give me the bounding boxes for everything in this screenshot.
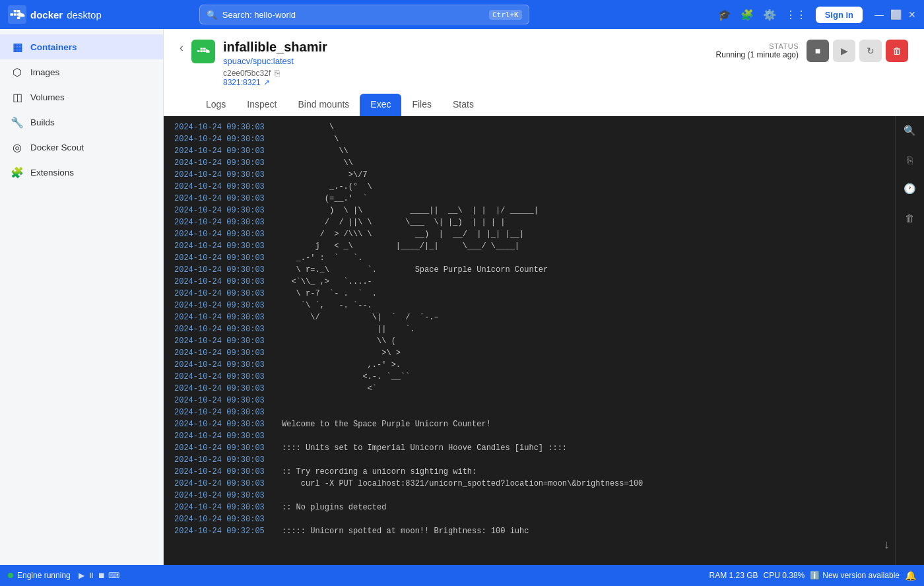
sidebar-item-volumes[interactable]: ◫ Volumes — [0, 84, 163, 110]
close-button[interactable]: ✕ — [908, 9, 916, 20]
log-timestamp: 2024-10-24 09:30:03 — [174, 513, 277, 525]
log-timestamp: 2024-10-24 09:30:03 — [174, 442, 277, 454]
log-timestamp-button[interactable]: 🕐 — [901, 179, 919, 198]
extensions-icon[interactable]: 🧩 — [741, 9, 754, 21]
restart-icon: ↻ — [867, 46, 874, 56]
engine-terminal-icon[interactable]: ⌨ — [108, 571, 119, 580]
search-bar[interactable]: 🔍 Search: hello-world Ctrl+K — [199, 5, 529, 24]
settings-icon[interactable]: ⚙️ — [763, 9, 776, 21]
statusbar: Engine running ▶ ⏸ ⏹ ⌨ RAM 1.23 GB CPU 0… — [0, 565, 924, 586]
port-text: 8321:8321 — [223, 78, 261, 87]
sidebar-item-images[interactable]: ⬡ Images — [0, 59, 163, 84]
engine-pause-icon[interactable]: ⏸ — [87, 571, 95, 580]
action-buttons: ■ ▶ ↻ 🗑 — [807, 40, 908, 62]
container-image-link[interactable]: spuacv/spuc:latest — [223, 56, 294, 66]
log-line: 2024-10-24 09:30:03 — [174, 490, 884, 502]
log-line: 2024-10-24 09:30:03:: Try recording a un… — [174, 466, 884, 478]
log-line: 2024-10-24 09:30:03 >\/7 — [174, 169, 884, 181]
log-timestamp: 2024-10-24 09:30:03 — [174, 407, 277, 418]
log-area[interactable]: 2024-10-24 09:30:03 \2024-10-24 09:30:03… — [164, 116, 895, 565]
port-link[interactable]: 8321:8321 ↗ — [223, 78, 708, 87]
log-copy-button[interactable]: ⎘ — [901, 150, 919, 169]
log-timestamp: 2024-10-24 09:30:03 — [174, 418, 277, 430]
tab-files[interactable]: Files — [401, 94, 442, 116]
maximize-button[interactable]: ⬜ — [890, 9, 902, 20]
log-line: 2024-10-24 09:30:03 \ — [174, 133, 884, 145]
log-line: 2024-10-24 09:30:03 ,.-' >. — [174, 359, 884, 371]
log-message: ) \ |\ ____|| __\ | | |/ _____| — [282, 205, 539, 216]
volumes-icon: ◫ — [11, 90, 24, 104]
sidebar-item-containers[interactable]: ▦ Containers — [0, 34, 163, 59]
log-timestamp: 2024-10-24 09:30:03 — [174, 288, 277, 300]
cpu-usage: CPU 0.38% — [764, 571, 805, 580]
log-message: _.-.(° \ — [282, 181, 372, 193]
log-message: (=__.' ` — [282, 193, 368, 205]
log-message: || `. — [282, 323, 415, 335]
log-container: 2024-10-24 09:30:03 \2024-10-24 09:30:03… — [164, 116, 924, 565]
restart-button[interactable]: ↻ — [859, 40, 882, 62]
log-line: 2024-10-24 09:30:03 / / ||\ \ \___ \| |_… — [174, 216, 884, 228]
tab-logs[interactable]: Logs — [195, 94, 236, 116]
log-timestamp: 2024-10-24 09:32:05 — [174, 525, 277, 537]
container-docker-icon — [196, 44, 211, 59]
sidebar-item-builds[interactable]: 🔧 Builds — [0, 110, 163, 135]
sidebar: ▦ Containers ⬡ Images ◫ Volumes 🔧 Builds… — [0, 29, 164, 565]
sidebar-item-extensions[interactable]: 🧩 Extensions — [0, 160, 163, 185]
container-header-top: ‹ infallible_shamir spuacv/spuc:latest — [180, 40, 908, 87]
log-timestamp: 2024-10-24 09:30:03 — [174, 252, 277, 264]
log-timestamp: 2024-10-24 09:30:03 — [174, 311, 277, 323]
delete-icon: 🗑 — [892, 46, 902, 56]
log-timestamp: 2024-10-24 09:30:03 — [174, 121, 277, 133]
stop-button[interactable]: ■ — [807, 40, 829, 62]
log-message: <`\\_ ,> `....- — [282, 276, 372, 288]
external-link-icon: ↗ — [263, 78, 270, 87]
scroll-to-bottom-button[interactable]: ↓ — [884, 538, 890, 552]
new-version-label: New version available — [822, 571, 900, 580]
tab-exec[interactable]: Exec — [360, 94, 401, 116]
log-timestamp: 2024-10-24 09:30:03 — [174, 228, 277, 240]
tab-stats[interactable]: Stats — [442, 94, 484, 116]
container-status-icon — [191, 40, 215, 63]
log-message: <` — [282, 383, 377, 395]
sidebar-label-volumes: Volumes — [30, 92, 65, 102]
svg-rect-8 — [200, 50, 203, 52]
log-line: 2024-10-24 09:30:03 \ r=._\ `. Space Pur… — [174, 264, 884, 276]
delete-button[interactable]: 🗑 — [886, 40, 908, 62]
log-timestamp: 2024-10-24 09:30:03 — [174, 157, 277, 169]
log-line: 2024-10-24 09:30:03 _.-.(° \ — [174, 181, 884, 193]
play-button[interactable]: ▶ — [833, 40, 855, 62]
tab-inspect[interactable]: Inspect — [236, 94, 287, 116]
log-message: j < _\ |____/|_| \___/ \____| — [282, 240, 519, 252]
log-clear-button[interactable]: 🗑 — [901, 209, 919, 227]
engine-play-icon[interactable]: ▶ — [79, 571, 84, 580]
container-header: ‹ infallible_shamir spuacv/spuc:latest — [164, 29, 924, 116]
sidebar-label-docker-scout: Docker Scout — [30, 143, 84, 152]
log-message: curl -X PUT localhost:8321/unicorn_spott… — [282, 478, 643, 490]
log-line: 2024-10-24 09:30:03 j < _\ |____/|_| \__… — [174, 240, 884, 252]
engine-stop-icon[interactable]: ⏹ — [98, 571, 106, 580]
grid-icon[interactable]: ⋮⋮ — [785, 9, 807, 21]
log-message: :::: Units set to Imperial Unicorn Hoove… — [282, 442, 567, 454]
back-button[interactable]: ‹ — [180, 41, 183, 55]
log-timestamp: 2024-10-24 09:30:03 — [174, 133, 277, 145]
notification-bell-icon[interactable]: 🔔 — [905, 570, 916, 581]
tab-bind-mounts[interactable]: Bind mounts — [288, 94, 360, 116]
signin-button[interactable]: Sign in — [816, 7, 863, 23]
sidebar-item-docker-scout[interactable]: ◎ Docker Scout — [0, 135, 163, 160]
log-timestamp: 2024-10-24 09:30:03 — [174, 193, 277, 205]
log-sidebar: 🔍 ⎘ 🕐 🗑 — [895, 116, 924, 565]
sidebar-label-builds: Builds — [30, 117, 55, 127]
log-message: >\/7 — [282, 169, 368, 181]
log-search-button[interactable]: 🔍 — [901, 121, 919, 140]
window-controls: — ⬜ ✕ — [874, 9, 916, 20]
log-timestamp: 2024-10-24 09:30:03 — [174, 466, 277, 478]
log-timestamp: 2024-10-24 09:30:03 — [174, 205, 277, 216]
log-line: 2024-10-24 09:30:03 curl -X PUT localhos… — [174, 478, 884, 490]
log-timestamp: 2024-10-24 09:30:03 — [174, 430, 277, 442]
log-message: ::::: Unicorn spotted at moon!! Brightne… — [282, 525, 529, 537]
learn-icon[interactable]: 🎓 — [718, 9, 731, 21]
copy-id-button[interactable]: ⎘ — [275, 68, 280, 78]
log-timestamp: 2024-10-24 09:30:03 — [174, 216, 277, 228]
new-version-notice[interactable]: ℹ️ New version available — [810, 571, 900, 580]
minimize-button[interactable]: — — [874, 9, 884, 20]
